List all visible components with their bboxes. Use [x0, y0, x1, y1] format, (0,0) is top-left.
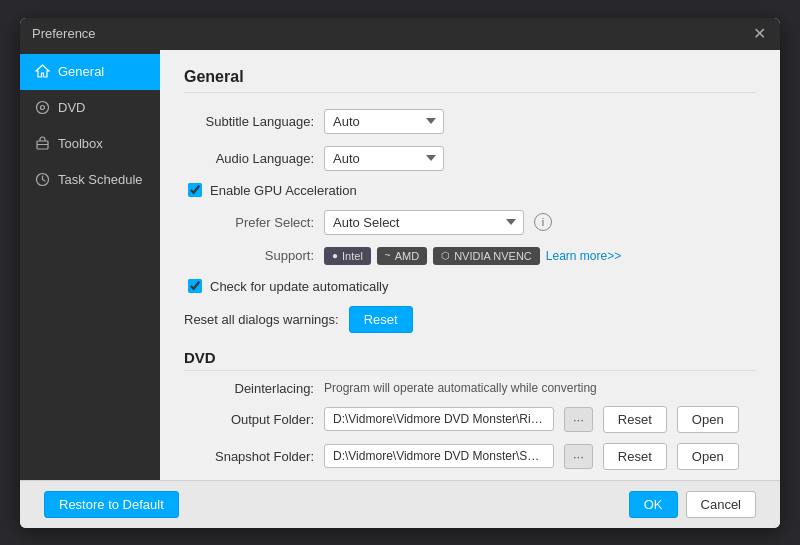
reset-dialogs-button[interactable]: Reset — [349, 306, 413, 333]
svg-point-0 — [36, 102, 48, 114]
deinterlacing-label: Deinterlacing: — [184, 381, 314, 396]
snapshot-folder-label: Snapshot Folder: — [184, 449, 314, 464]
reset-dialogs-row: Reset all dialogs warnings: Reset — [184, 306, 756, 333]
sidebar-label-general: General — [58, 64, 104, 79]
output-folder-value: D:\Vidmore\Vidmore DVD Monster\Ripper — [324, 407, 554, 431]
output-folder-reset-button[interactable]: Reset — [603, 406, 667, 433]
ok-button[interactable]: OK — [629, 491, 678, 518]
close-button[interactable]: ✕ — [751, 26, 768, 42]
learn-more-link[interactable]: Learn more>> — [546, 249, 621, 263]
gpu-acceleration-label[interactable]: Enable GPU Acceleration — [210, 183, 357, 198]
sidebar-item-dvd[interactable]: DVD — [20, 90, 160, 126]
nvidia-icon: ⬡ — [441, 250, 450, 261]
snapshot-folder-reset-button[interactable]: Reset — [603, 443, 667, 470]
disc-icon — [34, 100, 50, 116]
subtitle-language-row: Subtitle Language: Auto English Chinese … — [184, 109, 756, 134]
main-content: General DVD — [20, 50, 780, 480]
snapshot-folder-open-button[interactable]: Open — [677, 443, 739, 470]
info-icon[interactable]: i — [534, 213, 552, 231]
subtitle-language-label: Subtitle Language: — [184, 114, 314, 129]
sidebar-item-toolbox[interactable]: Toolbox — [20, 126, 160, 162]
audio-language-select[interactable]: Auto English Chinese French — [324, 146, 444, 171]
gpu-acceleration-row: Enable GPU Acceleration — [184, 183, 756, 198]
svg-point-1 — [40, 106, 44, 110]
content-area: General Subtitle Language: Auto English … — [160, 50, 780, 480]
general-section-title: General — [184, 68, 756, 93]
support-row: Support: ● Intel ~ AMD ⬡ NVIDIA NVENC Le… — [184, 247, 756, 265]
sidebar-label-dvd: DVD — [58, 100, 85, 115]
toolbox-icon — [34, 136, 50, 152]
output-folder-dots-button[interactable]: ··· — [564, 407, 593, 432]
restore-default-button[interactable]: Restore to Default — [44, 491, 179, 518]
output-folder-row: Output Folder: D:\Vidmore\Vidmore DVD Mo… — [184, 406, 756, 433]
clock-icon — [34, 172, 50, 188]
audio-language-row: Audio Language: Auto English Chinese Fre… — [184, 146, 756, 171]
dvd-section-title: DVD — [184, 349, 756, 371]
check-update-row: Check for update automatically — [184, 279, 756, 294]
sidebar-label-toolbox: Toolbox — [58, 136, 103, 151]
prefer-select-label: Prefer Select: — [204, 215, 314, 230]
home-icon — [34, 64, 50, 80]
titlebar: Preference ✕ — [20, 18, 780, 50]
output-folder-label: Output Folder: — [184, 412, 314, 427]
cancel-button[interactable]: Cancel — [686, 491, 756, 518]
snapshot-folder-value: D:\Vidmore\Vidmore DVD Monster\Snapshot — [324, 444, 554, 468]
sidebar-item-general[interactable]: General — [20, 54, 160, 90]
support-badges: ● Intel ~ AMD ⬡ NVIDIA NVENC Learn more>… — [324, 247, 621, 265]
support-label: Support: — [204, 248, 314, 263]
check-update-checkbox[interactable] — [188, 279, 202, 293]
dialog-title: Preference — [32, 26, 96, 41]
output-folder-open-button[interactable]: Open — [677, 406, 739, 433]
prefer-select-row: Prefer Select: Auto Select Intel AMD NVI… — [184, 210, 756, 235]
preference-dialog: Preference ✕ General — [20, 18, 780, 528]
subtitle-language-select[interactable]: Auto English Chinese French — [324, 109, 444, 134]
snapshot-folder-row: Snapshot Folder: D:\Vidmore\Vidmore DVD … — [184, 443, 756, 470]
deinterlacing-desc: Program will operate automatically while… — [324, 381, 597, 395]
footer-right-buttons: OK Cancel — [629, 491, 756, 518]
footer: Restore to Default OK Cancel — [20, 480, 780, 528]
intel-badge: ● Intel — [324, 247, 371, 265]
amd-badge: ~ AMD — [377, 247, 427, 265]
sidebar: General DVD — [20, 50, 160, 480]
check-update-label[interactable]: Check for update automatically — [210, 279, 388, 294]
sidebar-label-task-schedule: Task Schedule — [58, 172, 143, 187]
deinterlacing-row: Deinterlacing: Program will operate auto… — [184, 381, 756, 396]
prefer-select-dropdown[interactable]: Auto Select Intel AMD NVIDIA NVENC — [324, 210, 524, 235]
snapshot-folder-dots-button[interactable]: ··· — [564, 444, 593, 469]
intel-dot: ● — [332, 250, 338, 261]
nvidia-badge: ⬡ NVIDIA NVENC — [433, 247, 540, 265]
reset-dialogs-label: Reset all dialogs warnings: — [184, 312, 339, 327]
audio-language-label: Audio Language: — [184, 151, 314, 166]
gpu-acceleration-checkbox[interactable] — [188, 183, 202, 197]
amd-tilde: ~ — [385, 250, 391, 261]
sidebar-item-task-schedule[interactable]: Task Schedule — [20, 162, 160, 198]
